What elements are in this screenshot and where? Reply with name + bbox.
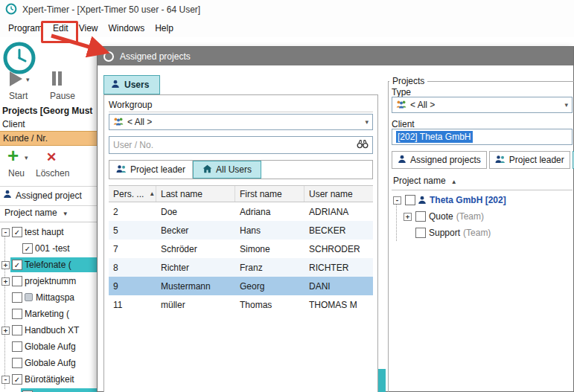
- expand-icon[interactable]: +: [404, 213, 412, 221]
- delete-button-label[interactable]: Löschen: [36, 168, 69, 179]
- pause-button-label[interactable]: Pause: [50, 91, 75, 101]
- pause-button-icon[interactable]: [52, 71, 64, 88]
- new-button-label[interactable]: Neu: [8, 168, 25, 179]
- checkbox[interactable]: [12, 292, 22, 303]
- collapse-icon[interactable]: -: [1, 228, 10, 237]
- start-button-label[interactable]: Start: [9, 91, 28, 101]
- checkbox[interactable]: [12, 260, 22, 270]
- new-project-plus-icon[interactable]: +: [7, 147, 19, 164]
- tree-item-label: Mittagspa: [36, 292, 74, 303]
- column-header-last-name[interactable]: Last name: [156, 186, 235, 202]
- tree-item[interactable]: Globale Aufg: [0, 355, 97, 371]
- expand-icon[interactable]: +: [1, 261, 10, 269]
- tab-all-users-label: All Users: [216, 164, 252, 175]
- menu-help[interactable]: Help: [150, 21, 179, 36]
- column-header-user-name[interactable]: User name: [304, 186, 373, 202]
- expand-icon[interactable]: +: [1, 327, 10, 335]
- workgroup-value: < All >: [127, 117, 361, 127]
- tree-item-selected[interactable]: Telefo: [0, 388, 97, 392]
- tree-item[interactable]: Globale Aufg: [0, 338, 97, 355]
- expand-icon[interactable]: +: [1, 277, 10, 286]
- assigned-projects-dialog: Assigned projects Users Workgroup < All …: [97, 46, 574, 392]
- cell-first-name: Hans: [235, 225, 304, 236]
- tree-item-label: Support(Team): [429, 228, 491, 238]
- column-label: Last name: [161, 189, 203, 199]
- table-row[interactable]: 7 Schröder Simone SCHRODER: [109, 240, 373, 258]
- checkbox[interactable]: [12, 374, 22, 385]
- table-row[interactable]: 2 Doe Adriana ADRIANA: [109, 202, 373, 221]
- checkbox[interactable]: [12, 276, 22, 286]
- tab-users[interactable]: Users: [103, 75, 160, 94]
- cell-pers-no: 11: [109, 300, 156, 310]
- user-icon: [398, 155, 406, 166]
- start-button-icon[interactable]: [10, 71, 22, 86]
- cell-pers-no: 2: [109, 207, 156, 217]
- tree-item[interactable]: + projektnumm: [0, 273, 97, 289]
- checkbox[interactable]: [415, 228, 426, 238]
- tree-item-label: Globale Aufg: [25, 341, 76, 352]
- team-suffix: (Team): [463, 228, 491, 238]
- column-header-pers-no[interactable]: Pers. ...▲: [109, 186, 156, 202]
- tree-item[interactable]: 001 -test: [0, 240, 97, 257]
- tree-item-project[interactable]: + Quote(Team): [392, 208, 573, 225]
- column-label: Pers. ...: [113, 189, 144, 199]
- binoculars-search-icon[interactable]: [357, 139, 369, 151]
- tree-item-project[interactable]: Support(Team): [392, 225, 573, 241]
- delete-x-icon[interactable]: ✕: [46, 150, 57, 165]
- tree-item[interactable]: Mittagspa: [0, 289, 97, 306]
- tree-item-label: Quote(Team): [429, 211, 484, 222]
- dialog-titlebar[interactable]: Assigned projects: [98, 47, 573, 65]
- users-table-header[interactable]: Pers. ...▲ Last name First name User nam…: [109, 185, 373, 202]
- tab-all-users[interactable]: All Users: [193, 161, 261, 179]
- client-number-field[interactable]: Kunde / Nr.: [0, 131, 97, 146]
- table-row[interactable]: 5 Becker Hans BECKER: [109, 221, 373, 240]
- checkbox[interactable]: [415, 211, 426, 222]
- people-icon: [116, 164, 127, 176]
- tree-item[interactable]: - Bürotätigkeit: [0, 371, 97, 388]
- tree-item[interactable]: - test haupt: [0, 224, 97, 240]
- cell-user-name: RICHTER: [304, 263, 373, 273]
- tree-item-client[interactable]: - Theta GmbH [202]: [392, 192, 573, 208]
- tree-item-label: Globale Aufg: [25, 358, 76, 368]
- checkbox[interactable]: [12, 309, 22, 319]
- table-row-selected[interactable]: 9 Mustermann Georg DANI: [109, 277, 373, 295]
- checkbox[interactable]: [12, 341, 22, 352]
- checkbox[interactable]: [12, 358, 22, 368]
- cell-first-name: Georg: [235, 281, 304, 292]
- table-row[interactable]: 11 müller Thomas THOMAS M: [109, 295, 373, 314]
- tree-item[interactable]: Marketing (: [0, 306, 97, 322]
- collapse-icon[interactable]: -: [393, 196, 401, 205]
- user-icon: [3, 190, 12, 201]
- project-tree-header[interactable]: Project name▼: [0, 208, 97, 222]
- cell-first-name: Simone: [235, 244, 304, 254]
- checkbox[interactable]: [12, 227, 22, 237]
- start-dropdown-caret-icon[interactable]: ▾: [26, 76, 30, 83]
- project-label: Quote: [429, 211, 453, 222]
- checkbox[interactable]: [12, 325, 22, 335]
- tree-item-selected[interactable]: + Telefonate (: [0, 257, 97, 273]
- projects-tree: - Theta GmbH [202] + Quote(Team) Support…: [392, 192, 573, 251]
- assigned-project-section[interactable]: Assigned project: [3, 190, 82, 201]
- user-search-input[interactable]: [109, 139, 357, 151]
- type-select[interactable]: < All > ▾: [392, 97, 573, 113]
- chevron-down-icon[interactable]: ▾: [564, 101, 568, 109]
- workgroup-select[interactable]: < All > ▾: [109, 114, 373, 130]
- tab-project-leader[interactable]: Project leader: [109, 161, 193, 179]
- splitter-handle[interactable]: [378, 369, 386, 392]
- tab-assigned-projects[interactable]: Assigned projects: [392, 151, 487, 169]
- client-input[interactable]: [202] Theta GmbH: [392, 129, 573, 145]
- tab-users-label: Users: [124, 80, 149, 90]
- column-header-first-name[interactable]: First name: [235, 186, 304, 202]
- new-dropdown-caret-icon[interactable]: ▾: [25, 154, 28, 161]
- tab-project-leader-right[interactable]: Project leader: [489, 151, 570, 169]
- user-icon: [111, 80, 120, 91]
- checkbox[interactable]: [405, 195, 415, 205]
- tab-assigned-projects-label: Assigned projects: [410, 155, 481, 165]
- tree-item[interactable]: + Handbuch XT: [0, 322, 97, 338]
- checkbox[interactable]: [22, 243, 33, 254]
- chevron-down-icon[interactable]: ▾: [365, 118, 369, 126]
- collapse-icon[interactable]: -: [1, 376, 10, 384]
- tree-item-label: 001 -test: [35, 243, 70, 254]
- project-name-header[interactable]: Project name▲: [392, 176, 573, 190]
- table-row[interactable]: 8 Richter Franz RICHTER: [109, 258, 373, 277]
